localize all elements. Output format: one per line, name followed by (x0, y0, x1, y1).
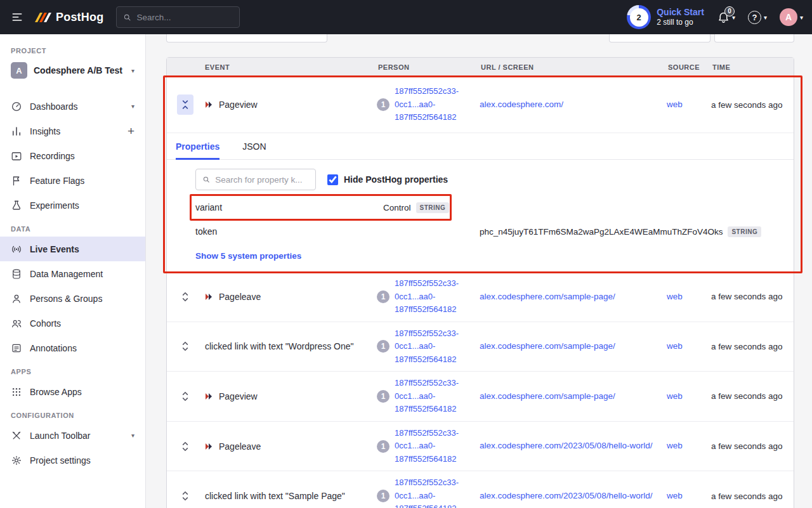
url-link[interactable]: alex.codesphere.com/sample-page/ (480, 292, 615, 301)
person-link[interactable]: 187ff552f552c33-0cc1...aa0-187ff552f5641… (395, 277, 473, 316)
sidebar-item-label: Browse Apps (30, 387, 82, 397)
person-link[interactable]: 187ff552f552c33-0cc1...aa0-187ff552f5641… (395, 476, 473, 508)
sidebar-item-experiments[interactable]: Experiments (0, 193, 145, 218)
people-icon (11, 318, 22, 329)
tools-icon (11, 430, 22, 441)
notifications-badge: 0 (724, 6, 735, 16)
expand-row-icon[interactable] (179, 289, 192, 305)
property-search-input[interactable] (215, 175, 309, 185)
source-link[interactable]: web (667, 441, 683, 450)
pageleave-event-icon (205, 443, 214, 450)
person-link[interactable]: 187ff552f552c33-0cc1...aa0-187ff552f5641… (395, 427, 473, 466)
event-name: Pageleave (219, 441, 261, 452)
sidebar-item-persons-groups[interactable]: Persons & Groups (0, 286, 145, 311)
sidebar-item-label: Experiments (30, 200, 79, 211)
property-value: Control (383, 203, 411, 212)
date-filter-partial[interactable] (609, 34, 710, 42)
property-type-badge: STRING (416, 202, 450, 213)
source-link[interactable]: web (667, 100, 683, 109)
help-button[interactable]: ? (748, 11, 767, 24)
sidebar-item-label: Cohorts (30, 318, 61, 329)
sidebar-item-label: Persons & Groups (30, 294, 102, 304)
sidebar-item-label: Insights (30, 126, 60, 136)
sidebar-item-annotations[interactable]: Annotations (0, 335, 145, 360)
property-search[interactable] (195, 169, 316, 190)
project-selector[interactable]: A Codesphere A/B Test (0, 58, 145, 85)
sidebar-item-cohorts[interactable]: Cohorts (0, 311, 145, 335)
header-event: EVENT (204, 63, 377, 71)
notifications-button[interactable]: 0 (717, 11, 735, 24)
person-count-badge: 1 (377, 290, 390, 303)
sidebar-item-label: Live Events (30, 244, 79, 254)
chevron-down-icon (131, 432, 134, 439)
chevron-down-icon (131, 103, 134, 110)
section-label-data: DATA (0, 218, 145, 237)
global-search-input[interactable] (137, 13, 233, 22)
collapse-row-icon[interactable] (177, 94, 193, 115)
event-time: a few seconds ago (711, 292, 794, 301)
chevron-down-icon (764, 14, 767, 21)
section-label-configuration: CONFIGURATION (0, 404, 145, 423)
tab-json[interactable]: JSON (242, 133, 266, 159)
chevron-down-icon (800, 14, 803, 21)
sidebar-item-label: Launch Toolbar (30, 431, 90, 441)
quick-start-subtitle: 2 still to go (657, 18, 704, 27)
sidebar-item-label: Data Management (30, 269, 103, 279)
expand-row-icon[interactable] (179, 338, 192, 355)
sidebar-item-browse-apps[interactable]: Browse Apps (0, 379, 145, 404)
plus-icon[interactable]: + (128, 125, 134, 137)
sidebar-item-live-events[interactable]: Live Events (0, 237, 145, 261)
source-link[interactable]: web (667, 391, 683, 401)
person-link[interactable]: 187ff552f552c33-0cc1...aa0-187ff552f5641… (395, 377, 473, 416)
gauge-icon (11, 101, 22, 112)
expand-row-icon[interactable] (179, 488, 192, 504)
sidebar-item-launch-toolbar[interactable]: Launch Toolbar (0, 423, 145, 448)
tab-properties[interactable]: Properties (176, 133, 219, 159)
person-link[interactable]: 187ff552f552c33-0cc1...aa0-187ff552f5641… (395, 327, 473, 367)
section-label-apps: APPS (0, 360, 145, 379)
live-broadcast-icon (11, 244, 22, 255)
property-value: phc_n45juyT61TFm6SMa2waPg2LAxE4WEaMmuThZ… (480, 227, 723, 237)
hide-posthog-properties-checkbox[interactable] (327, 174, 338, 185)
expand-row-icon[interactable] (179, 388, 192, 405)
person-count-badge: 1 (377, 98, 390, 111)
table-header-row: EVENT PERSON URL / SCREEN SOURCE TIME (167, 58, 794, 77)
sidebar-item-data-management[interactable]: Data Management (0, 261, 145, 286)
expand-row-icon[interactable] (179, 438, 192, 455)
url-link[interactable]: alex.codesphere.com/ (480, 100, 563, 109)
posthog-logo[interactable]: PostHog (33, 10, 103, 25)
property-row-variant: variant Control STRING (195, 195, 781, 219)
quick-start-widget[interactable]: 2 Quick Start 2 still to go (627, 5, 704, 29)
person-link[interactable]: 187ff552f552c33-0cc1...aa0-187ff552f5641… (395, 85, 473, 124)
main-content: EVENT PERSON URL / SCREEN SOURCE TIME Pa… (146, 34, 812, 508)
event-name: Pageview (219, 100, 258, 110)
url-link[interactable]: alex.codesphere.com/sample-page/ (480, 341, 615, 351)
event-filter-input-partial[interactable] (166, 34, 327, 42)
url-link[interactable]: alex.codesphere.com/sample-page/ (480, 391, 615, 401)
table-row: Pageleave 1 187ff552f552c33-0cc1...aa0-1… (167, 421, 794, 471)
source-link[interactable]: web (667, 341, 683, 351)
play-screen-icon (11, 150, 22, 162)
sidebar-item-project-settings[interactable]: Project settings (0, 448, 145, 472)
show-system-properties-link[interactable]: Show 5 system properties (195, 251, 301, 261)
sidebar-item-insights[interactable]: Insights + (0, 119, 145, 143)
property-key: variant (195, 202, 360, 212)
table-row: clicked link with text "Wordpress One" 1… (167, 322, 794, 372)
source-link[interactable]: web (667, 292, 683, 301)
sidebar-item-recordings[interactable]: Recordings (0, 143, 145, 168)
url-link[interactable]: alex.codesphere.com/2023/05/08/hello-wor… (480, 441, 652, 450)
sidebar-toggle-icon[interactable] (9, 9, 25, 25)
hide-posthog-properties-toggle[interactable]: Hide PostHog properties (327, 174, 448, 185)
sidebar-item-feature-flags[interactable]: Feature Flags (0, 168, 145, 193)
sidebar-item-dashboards[interactable]: Dashboards (0, 94, 145, 119)
topbar: PostHog 2 Quick Start 2 still to go 0 (0, 0, 812, 34)
quick-start-progress-ring: 2 (627, 5, 651, 29)
url-link[interactable]: alex.codesphere.com/2023/05/08/hello-wor… (480, 491, 652, 500)
topbar-right: 2 Quick Start 2 still to go 0 ? A (627, 5, 803, 29)
sidebar-item-label: Recordings (30, 151, 75, 161)
account-menu[interactable]: A (780, 8, 803, 26)
global-search[interactable] (116, 6, 240, 28)
logo-text: PostHog (56, 11, 103, 24)
columns-button-partial[interactable] (714, 34, 794, 42)
source-link[interactable]: web (667, 491, 683, 500)
